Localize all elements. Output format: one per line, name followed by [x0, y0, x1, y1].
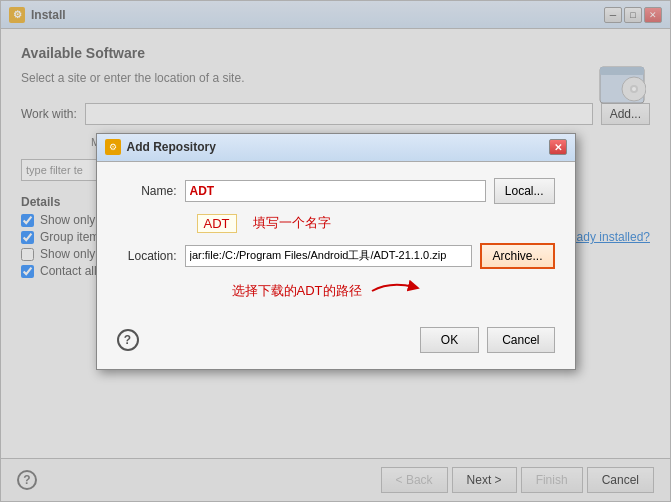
name-value-badge: ADT	[197, 214, 237, 233]
location-input[interactable]	[185, 245, 473, 267]
cancel-button[interactable]: Cancel	[487, 327, 554, 353]
name-annotation: 填写一个名字	[253, 214, 331, 232]
archive-button[interactable]: Archive...	[480, 243, 554, 269]
name-annotation-row: ADT 填写一个名字	[117, 214, 555, 233]
dialog-help-button[interactable]: ?	[117, 329, 139, 351]
name-label: Name:	[117, 184, 177, 198]
dialog-title: Add Repository	[127, 140, 543, 154]
dialog-overlay: ⚙ Add Repository ✕ Name: Local... ADT 填写…	[0, 0, 671, 502]
arrow-annotation-row: 选择下载的ADT的路径	[117, 279, 555, 303]
location-row: Location: Archive...	[117, 243, 555, 269]
dialog-title-bar: ⚙ Add Repository ✕	[97, 134, 575, 162]
arrow-annotation: 选择下载的ADT的路径	[232, 282, 362, 300]
name-input[interactable]	[185, 180, 486, 202]
dialog-body: Name: Local... ADT 填写一个名字 Location: Arch…	[97, 162, 575, 319]
dialog-footer: ? OK Cancel	[97, 319, 575, 369]
dialog-close-button[interactable]: ✕	[549, 139, 567, 155]
location-label: Location:	[117, 249, 177, 263]
ok-button[interactable]: OK	[420, 327, 479, 353]
local-button[interactable]: Local...	[494, 178, 555, 204]
add-repository-dialog: ⚙ Add Repository ✕ Name: Local... ADT 填写…	[96, 133, 576, 370]
name-row: Name: Local...	[117, 178, 555, 204]
main-window: ⚙ Install ─ □ ✕ Available Software Selec…	[0, 0, 671, 502]
arrow-icon	[370, 279, 420, 303]
dialog-icon: ⚙	[105, 139, 121, 155]
